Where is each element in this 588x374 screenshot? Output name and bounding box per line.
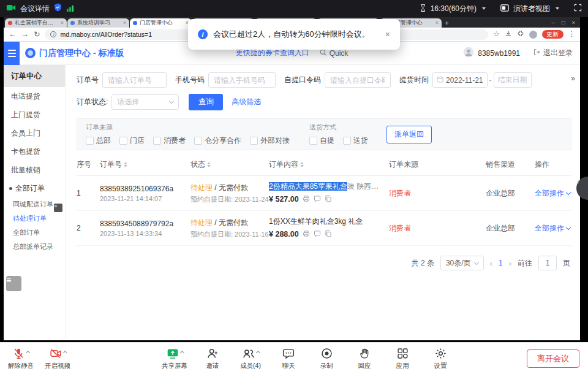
toast-close-icon[interactable]	[385, 30, 390, 39]
checkbox-icon[interactable]	[86, 137, 94, 145]
bookmark-star-icon[interactable]	[493, 31, 499, 38]
order-id[interactable]: 83859389251069376a	[100, 185, 190, 193]
tab-close-icon[interactable]	[61, 20, 64, 26]
sidebar-section-order-center[interactable]: 订单中心	[4, 65, 65, 87]
product-name-selected[interactable]: 2份精品大果85苹果礼盒	[269, 182, 347, 191]
order-no-input[interactable]	[102, 72, 167, 88]
goto-page-input[interactable]	[538, 256, 557, 270]
print-icon[interactable]	[303, 194, 310, 205]
message-icon[interactable]	[314, 194, 321, 205]
record-button[interactable]: 录制	[313, 347, 340, 370]
checkbox-icon[interactable]	[119, 137, 127, 145]
browser-tab-active[interactable]: 门店管理中心	[130, 18, 192, 28]
settings-button[interactable]: 设置	[427, 347, 454, 370]
browser-tab[interactable]: 系统培训学习	[67, 18, 129, 28]
maximize-icon[interactable]	[562, 20, 565, 26]
copy-icon[interactable]	[325, 194, 332, 205]
browser-profile-avatar[interactable]	[529, 31, 537, 39]
checkbox-icon[interactable]	[194, 137, 202, 145]
copy-icon[interactable]	[325, 229, 332, 240]
reload-icon[interactable]	[34, 31, 40, 39]
browser-update-button[interactable]: 更新	[542, 30, 564, 39]
forward-icon[interactable]	[21, 31, 29, 39]
sidebar-sub-hq-dispatch-log[interactable]: 总部派单记录	[4, 240, 65, 254]
share-options-icon[interactable]	[179, 350, 184, 354]
security-shield-icon[interactable]	[54, 3, 62, 14]
phone-input[interactable]	[208, 72, 276, 88]
sidebar-sub-all-orders[interactable]: 全部订单	[4, 226, 65, 240]
checkbox-consumer[interactable]: 消费者	[153, 135, 186, 146]
col-order-no[interactable]: 订单号	[100, 159, 190, 170]
extensions-icon[interactable]	[517, 30, 524, 39]
checkbox-hq[interactable]: 总部	[86, 135, 111, 146]
browser-tab[interactable]: 礼盒营销平台管理中心	[5, 18, 67, 28]
checkbox-delivery[interactable]: 送货	[343, 135, 368, 146]
meeting-details-button[interactable]: 会议详情	[20, 4, 50, 14]
table-row[interactable]: 2 83859345088979792a 2023-11-13 14:33:34…	[77, 211, 571, 246]
logout-button[interactable]: 退出登录	[533, 48, 573, 58]
page-size-select[interactable]: 30条/页	[440, 256, 484, 270]
sidebar-item-batch-verify[interactable]: 批量核销	[4, 161, 65, 179]
checkbox-icon[interactable]	[343, 137, 351, 145]
meeting-timer[interactable]: 16:30(60分钟)	[431, 4, 477, 14]
sidebar-item-door-pickup[interactable]: 上门提货	[4, 105, 65, 124]
view-mode-label[interactable]: 演讲者视图	[513, 4, 550, 14]
camera-options-icon[interactable]	[62, 350, 67, 354]
browser-menu-icon[interactable]	[568, 31, 576, 38]
sort-icon[interactable]	[124, 162, 127, 167]
next-page-icon[interactable]	[509, 259, 511, 267]
checkbox-icon[interactable]	[250, 137, 258, 145]
fullscreen-icon[interactable]	[574, 3, 582, 14]
username[interactable]: 8385wb1991	[478, 49, 520, 58]
floating-menu-button[interactable]	[6, 276, 21, 291]
print-icon[interactable]	[303, 229, 310, 240]
collapse-panel-icon[interactable]	[571, 75, 575, 82]
timer-dropdown-icon[interactable]	[482, 7, 486, 10]
invite-button[interactable]: 邀请	[199, 347, 226, 370]
checkbox-warehouse-coop[interactable]: 仓分享合作	[194, 135, 241, 146]
sidebar-sub-pending-orders[interactable]: 待处理订单	[4, 212, 65, 226]
members-button[interactable]: 成员(4)	[237, 347, 264, 370]
sidebar-group-all-orders[interactable]: 全部订单	[4, 179, 65, 197]
col-content[interactable]: 订单内容	[269, 159, 389, 170]
leave-meeting-button[interactable]: 离开会议	[527, 349, 579, 368]
sidebar-item-phone-pickup[interactable]: 电话提货	[4, 87, 65, 105]
sidebar-item-card-pickup[interactable]: 卡包提货	[4, 142, 65, 161]
view-mode-dropdown-icon[interactable]	[556, 7, 559, 10]
reactions-button[interactable]: 回应	[351, 347, 378, 370]
dispatch-return-button[interactable]: 派单退回	[386, 126, 432, 143]
members-options-icon[interactable]	[256, 350, 260, 354]
current-page[interactable]: 1	[499, 259, 503, 267]
tab-close-icon[interactable]	[435, 20, 439, 26]
user-avatar[interactable]	[463, 47, 474, 60]
checkbox-icon[interactable]	[309, 137, 317, 145]
site-info-icon[interactable]: i	[50, 31, 56, 37]
checkbox-store[interactable]: 门店	[119, 135, 145, 146]
sort-icon[interactable]	[207, 162, 211, 167]
message-icon[interactable]	[314, 229, 321, 240]
start-video-button[interactable]: 开启视频	[44, 347, 71, 370]
start-date-picker[interactable]: 2022-11-21	[432, 72, 488, 88]
checkbox-self-pickup[interactable]: 自提	[309, 135, 334, 146]
table-row[interactable]: 1 83859389251069376a 2023-11-21 14:14:07…	[77, 176, 571, 211]
order-status-select[interactable]: 请选择	[111, 94, 179, 110]
end-date-picker[interactable]: 结束日期	[494, 72, 532, 88]
mic-options-icon[interactable]	[26, 350, 30, 354]
advanced-filter-link[interactable]: 高级筛选	[232, 97, 261, 107]
checkbox-icon[interactable]	[153, 137, 161, 145]
close-icon[interactable]	[571, 20, 575, 26]
order-id[interactable]: 83859345088979792a	[100, 219, 190, 228]
share-screen-button[interactable]: 共享屏幕	[161, 347, 188, 370]
sort-icon[interactable]	[300, 162, 304, 167]
tab-close-icon[interactable]	[123, 20, 126, 26]
apps-button[interactable]: 应用	[389, 347, 416, 370]
sidebar-toggle-button[interactable]	[4, 42, 20, 65]
back-icon[interactable]	[9, 31, 17, 39]
sidebar-item-member-visit[interactable]: 会员上门	[4, 124, 65, 142]
dock-mini-icon[interactable]	[54, 204, 62, 212]
minimize-icon[interactable]	[551, 20, 554, 26]
prev-page-icon[interactable]	[490, 259, 492, 267]
checkbox-external[interactable]: 外部对接	[250, 135, 290, 146]
all-actions-dropdown[interactable]: 全部操作	[535, 188, 571, 199]
download-icon[interactable]	[505, 30, 512, 39]
